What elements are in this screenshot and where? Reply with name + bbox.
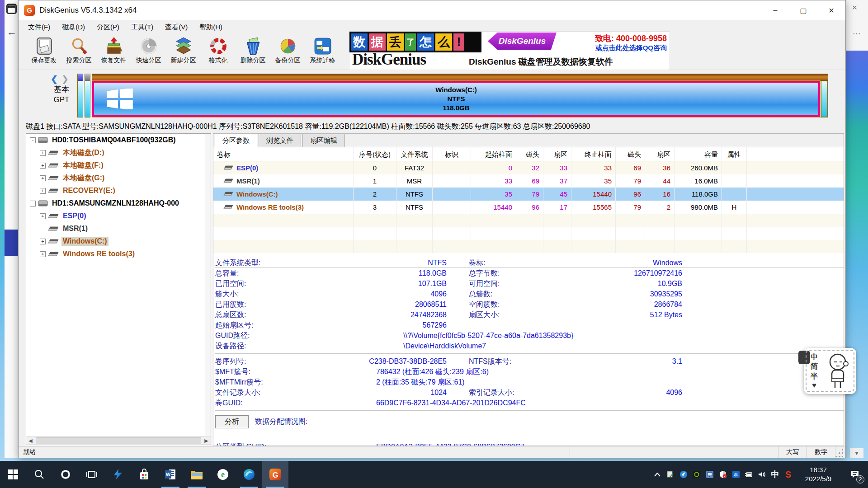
search-partition-icon	[70, 37, 89, 56]
ad-banner[interactable]: 数 据 丢 了 怎 么 ! DiskGenius DiskGenius 致电: …	[349, 31, 670, 70]
scrollbar-thumb[interactable]	[36, 437, 201, 444]
backup-partition-button[interactable]: 备份分区	[270, 36, 305, 68]
next-disk-arrow-icon[interactable]: ❯	[61, 74, 72, 84]
volume-details: 文件系统类型:NTFS 卷标:Windows 总容量:118.0GB总字节数:1…	[213, 253, 844, 446]
menu-file[interactable]: 文件(F)	[22, 20, 56, 34]
tab-browse-files[interactable]: 浏览文件	[259, 134, 301, 147]
close-button[interactable]: ✕	[817, 0, 845, 20]
recover-files-icon	[104, 37, 123, 56]
detail-row: $MFTMirr簇号:2 (柱面:35 磁头:79 扇区:61)	[215, 377, 844, 387]
table-row-msr[interactable]: MSR(1)1MSR33693735794416.0MB	[213, 174, 844, 188]
tray-volume-icon[interactable]	[755, 461, 769, 488]
tab-bar: 分区参数 浏览文件 扇区编辑	[213, 134, 844, 147]
tree-item-hd0[interactable]: - HD0:TOSHIBAMQ04ABF100(932GB)	[26, 134, 211, 146]
background-scroll-arrow: ▼	[850, 448, 863, 458]
format-button[interactable]: 格式化	[201, 36, 236, 68]
search-icon	[34, 469, 45, 480]
tree-item-msr[interactable]: MSR(1)	[26, 222, 211, 235]
tray-snowflake-icon[interactable]: ❄	[729, 461, 742, 488]
table-row-windows-c-selected[interactable]: Windows(C:)2NTFS357945154409616118.0GB	[213, 188, 844, 201]
tab-sector-edit[interactable]: 扇区编辑	[302, 134, 345, 147]
detail-row: 总容量:118.0GB总字节数:126710972416	[215, 268, 844, 278]
start-button[interactable]	[0, 461, 26, 488]
recover-files-button[interactable]: 恢复文件	[96, 36, 131, 68]
expand-icon[interactable]: +	[40, 163, 46, 169]
resize-grip[interactable]	[835, 446, 845, 458]
banner-qq-link[interactable]: 或点击此处选择QQ咨询	[595, 44, 667, 52]
delete-partition-button[interactable]: 删除分区	[236, 36, 270, 68]
taskbar-app-word[interactable]: W	[157, 461, 184, 488]
tray-sogou-icon[interactable]: S	[782, 461, 795, 488]
svg-text:✓: ✓	[669, 472, 674, 479]
task-view-button[interactable]	[79, 461, 105, 488]
quick-partition-button[interactable]: 快速分区	[131, 36, 166, 68]
tree-item-local-g[interactable]: + 本地磁盘(G:)	[26, 172, 211, 184]
expand-icon[interactable]: +	[40, 150, 46, 156]
tree-item-local-f[interactable]: + 本地磁盘(F:)	[26, 159, 211, 172]
tray-antivirus-icon[interactable]: ✓	[664, 461, 677, 488]
partition-block-msr[interactable]	[85, 74, 90, 117]
tray-ime-indicator[interactable]: 中	[769, 461, 782, 488]
scroll-left-arrow-icon[interactable]: ◀	[26, 438, 35, 444]
table-row-esp[interactable]: ESP(0)0FAT3203233336936260.0MB	[213, 161, 844, 174]
taskbar-clock[interactable]: 18:37 2022/5/9	[795, 465, 842, 483]
format-icon	[209, 37, 228, 56]
partition-block-esp[interactable]	[77, 74, 83, 117]
expand-icon[interactable]: +	[40, 188, 46, 194]
tray-messenger-icon[interactable]	[677, 461, 690, 488]
analyze-button[interactable]: 分析	[215, 415, 249, 428]
maximize-button[interactable]: ▢	[789, 0, 817, 20]
tray-security-alert-icon[interactable]: ✕	[716, 461, 729, 488]
tree-item-local-d[interactable]: + 本地磁盘(D:)	[26, 146, 211, 159]
menu-tools[interactable]: 工具(T)	[125, 20, 159, 34]
tree-item-hd1[interactable]: - HD1:SAMSUNGMZNLN128HAHQ-000	[26, 197, 211, 210]
action-center-button[interactable]: 2	[842, 461, 868, 488]
search-partition-button[interactable]: 搜索分区	[61, 36, 96, 68]
table-row-windows-re[interactable]: Windows RE tools(3)3NTFS1544096171556579…	[213, 201, 844, 214]
tray-power-plug-icon[interactable]	[742, 461, 755, 488]
taskbar-app-explorer[interactable]	[184, 461, 210, 488]
menu-view[interactable]: 查看(V)	[159, 20, 193, 34]
cortana-button[interactable]	[52, 461, 79, 488]
notification-badge: 2	[856, 475, 864, 483]
expand-icon[interactable]: +	[40, 239, 46, 244]
minimize-button[interactable]: –	[761, 0, 789, 20]
menu-help[interactable]: 帮助(H)	[193, 20, 228, 34]
banner-logo: DiskGenius	[352, 51, 426, 69]
tree-item-windows-re[interactable]: + Windows RE tools(3)	[26, 248, 211, 260]
expand-icon[interactable]: +	[40, 251, 46, 257]
taskbar-search-button[interactable]	[26, 461, 52, 488]
heart-icon: ♥	[812, 381, 816, 389]
taskbar-app-diskgenius[interactable]: G	[262, 461, 288, 488]
background-window-strip	[5, 0, 18, 458]
tree-item-windows-c[interactable]: + Windows(C:)	[26, 235, 211, 248]
tab-partition-params[interactable]: 分区参数	[215, 134, 257, 147]
collapse-icon[interactable]: -	[30, 201, 36, 206]
pinned-app-thunder[interactable]	[105, 461, 131, 488]
tree-item-esp[interactable]: + ESP(0)	[26, 210, 211, 222]
save-changes-button[interactable]: 保存更改	[27, 36, 61, 68]
tray-intel-graphics-icon[interactable]	[703, 461, 716, 488]
scroll-right-arrow-icon[interactable]: ▶	[202, 438, 211, 444]
expand-icon[interactable]: +	[40, 175, 46, 181]
menu-disk[interactable]: 磁盘(D)	[56, 20, 91, 34]
tree-horizontal-scrollbar[interactable]: ◀ ▶	[26, 436, 211, 445]
taskbar-app-edge[interactable]	[236, 461, 262, 488]
disk-info-line: 磁盘1 接口:SATA 型号:SAMSUNGMZNLN128HAHQ-000H1…	[19, 120, 845, 133]
collapse-icon[interactable]: -	[30, 137, 36, 143]
partition-block-windows-c[interactable]: Windows(C:) NTFS 118.0GB	[92, 81, 820, 117]
prev-disk-arrow-icon[interactable]: ❮	[51, 74, 61, 84]
partition-block-re-tools[interactable]	[821, 81, 828, 117]
tree-vertical-scrollbar[interactable]	[205, 134, 211, 436]
tray-nvidia-icon[interactable]	[690, 461, 703, 488]
pinned-app-browser360[interactable]: e	[210, 461, 236, 488]
menu-partition[interactable]: 分区(P)	[91, 20, 125, 34]
pinned-app-store[interactable]	[131, 461, 157, 488]
expand-icon[interactable]: +	[40, 213, 46, 219]
tree-item-recovery-e[interactable]: + RECOVERY(E:)	[26, 184, 211, 197]
system-migrate-button[interactable]: 系统迁移	[305, 36, 340, 68]
tray-expand-chevron-icon[interactable]	[651, 461, 664, 488]
ime-mode-halfwidth: 半	[811, 372, 818, 381]
new-partition-button[interactable]: 新建分区	[166, 36, 201, 68]
ime-status-widget[interactable]: 中 简 半 ♥	[804, 348, 856, 394]
